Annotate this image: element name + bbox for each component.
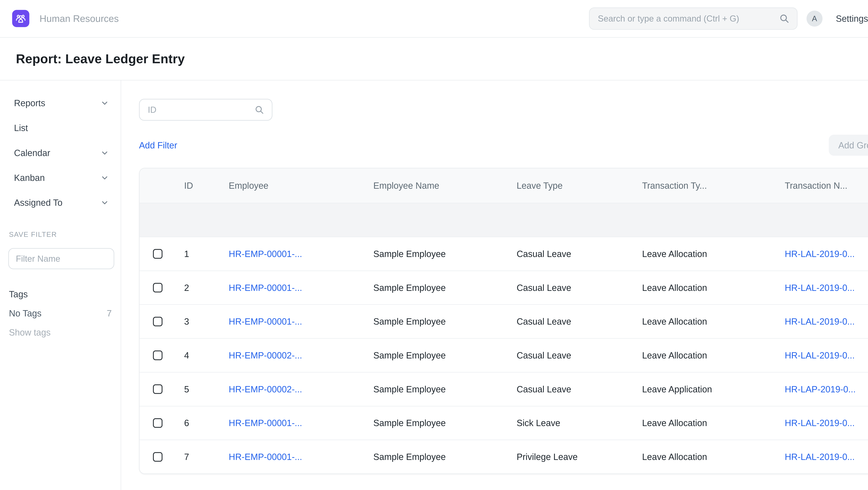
sidebar-item-label: Kanban — [14, 173, 45, 183]
filter-name-input[interactable] — [8, 248, 114, 269]
search-icon — [254, 105, 264, 115]
transaction-link[interactable]: HR-LAL-2019-0... — [785, 350, 855, 361]
no-tags-filter[interactable]: No Tags 7 — [0, 304, 121, 323]
row-checkbox[interactable] — [153, 283, 162, 292]
table-header-row: ID Employee Employee Name Leave Type Tra… — [140, 168, 868, 203]
user-avatar[interactable]: A — [807, 10, 823, 27]
settings-label: Settings — [836, 13, 868, 24]
hr-app-logo — [12, 10, 29, 27]
leave-type-cell: Casual Leave — [517, 350, 642, 361]
leave-type-cell: Casual Leave — [517, 316, 642, 327]
leave-type-cell: Casual Leave — [517, 249, 642, 259]
transaction-link[interactable]: HR-LAL-2019-0... — [785, 283, 855, 293]
sidebar-item-label: List — [14, 123, 28, 133]
page-head: Report: Leave Ledger Entry Menu Refresh — [0, 38, 868, 81]
avatar-initial: A — [812, 14, 817, 23]
column-header-transaction-type: Transaction Ty... — [642, 180, 785, 191]
tags-title: Tags — [9, 289, 28, 299]
table-row: 3 HR-EMP-00001-... Sample Employee Casua… — [140, 304, 868, 338]
column-header-employee-name: Employee Name — [373, 180, 517, 191]
employee-name-cell: Sample Employee — [373, 283, 517, 293]
transaction-link[interactable]: HR-LAL-2019-0... — [785, 316, 855, 326]
row-checkbox[interactable] — [153, 317, 162, 326]
sidebar-item-calendar[interactable]: Calendar — [0, 140, 121, 165]
employee-link[interactable]: HR-EMP-00001-... — [229, 452, 302, 462]
global-search-input[interactable] — [598, 13, 779, 24]
row-checkbox[interactable] — [153, 452, 162, 462]
app-window: Human Resources A Settings — [0, 0, 868, 490]
navbar-right: A Settings Help — [589, 7, 868, 30]
row-checkbox[interactable] — [153, 384, 162, 394]
sidebar-item-label: Assigned To — [14, 197, 62, 208]
employee-link[interactable]: HR-EMP-00001-... — [229, 249, 302, 259]
sidebar-item-list[interactable]: List — [0, 116, 121, 140]
main-content: Add Filter Add Group Last Modified On ID — [121, 81, 868, 490]
sidebar: Reports List Calendar Kanban — [0, 81, 121, 490]
save-filter-section — [8, 248, 112, 269]
transaction-link[interactable]: HR-LAP-2019-0... — [785, 384, 856, 394]
employee-name-cell: Sample Employee — [373, 418, 517, 428]
employee-link[interactable]: HR-EMP-00001-... — [229, 316, 302, 326]
chevron-down-icon — [101, 149, 108, 157]
transaction-type-cell: Leave Application — [642, 384, 785, 395]
chevron-down-icon — [101, 99, 108, 107]
toolbar-right: Add Group Last Modified On — [829, 135, 868, 156]
column-header-id: ID — [173, 180, 229, 191]
row-checkbox[interactable] — [153, 249, 162, 259]
employee-name-cell: Sample Employee — [373, 249, 517, 259]
leave-type-cell: Privilege Leave — [517, 452, 642, 462]
report-table: ID Employee Employee Name Leave Type Tra… — [139, 168, 868, 474]
navbar: Human Resources A Settings — [0, 0, 868, 38]
row-checkbox[interactable] — [153, 418, 162, 428]
add-group-button[interactable]: Add Group — [829, 135, 868, 156]
layout: Reports List Calendar Kanban — [0, 81, 868, 490]
transaction-type-cell: Leave Allocation — [642, 249, 785, 259]
employee-name-cell: Sample Employee — [373, 316, 517, 327]
no-tags-label: No Tags — [9, 308, 41, 318]
transaction-link[interactable]: HR-LAL-2019-0... — [785, 418, 855, 428]
employee-link[interactable]: HR-EMP-00001-... — [229, 283, 302, 293]
app-title: Human Resources — [39, 13, 119, 24]
search-icon — [779, 13, 789, 24]
transaction-link[interactable]: HR-LAL-2019-0... — [785, 249, 855, 259]
sidebar-item-reports[interactable]: Reports — [0, 91, 121, 116]
transaction-type-cell: Leave Allocation — [642, 316, 785, 327]
filter-toolbar: Add Filter Add Group Last Modified On — [139, 135, 868, 156]
app-home-link[interactable]: Human Resources — [12, 10, 119, 27]
employee-link[interactable]: HR-EMP-00001-... — [229, 418, 302, 428]
id-filter-input[interactable] — [148, 105, 255, 115]
transaction-type-cell: Leave Allocation — [642, 350, 785, 361]
row-index: 7 — [173, 452, 229, 462]
table-row: 4 HR-EMP-00002-... Sample Employee Casua… — [140, 338, 868, 372]
page-title: Report: Leave Ledger Entry — [16, 52, 185, 66]
tags-section: Tags No Tags 7 Show tags — [0, 284, 121, 342]
leave-type-cell: Casual Leave — [517, 283, 642, 293]
employee-name-cell: Sample Employee — [373, 384, 517, 395]
chevron-down-icon — [101, 199, 108, 206]
column-header-transaction-name: Transaction N... — [785, 180, 868, 191]
sidebar-item-kanban[interactable]: Kanban — [0, 165, 121, 190]
transaction-type-cell: Leave Allocation — [642, 418, 785, 428]
save-filter-heading: SAVE FILTER — [9, 230, 112, 238]
employee-link[interactable]: HR-EMP-00002-... — [229, 350, 302, 361]
table-row: 6 HR-EMP-00001-... Sample Employee Sick … — [140, 406, 868, 440]
show-tags-toggle[interactable]: Show tags — [0, 323, 121, 342]
row-index: 4 — [173, 350, 229, 361]
settings-menu[interactable]: Settings — [836, 13, 868, 24]
id-filter[interactable] — [139, 99, 272, 121]
transaction-type-cell: Leave Allocation — [642, 283, 785, 293]
tags-heading-row: Tags — [0, 284, 121, 304]
table-row: 2 HR-EMP-00001-... Sample Employee Casua… — [140, 270, 868, 305]
transaction-type-cell: Leave Allocation — [642, 452, 785, 462]
employee-name-cell: Sample Employee — [373, 350, 517, 361]
row-checkbox[interactable] — [153, 350, 162, 360]
sidebar-item-assigned-to[interactable]: Assigned To — [0, 190, 121, 215]
add-filter-link[interactable]: Add Filter — [139, 140, 177, 150]
show-tags-label: Show tags — [9, 327, 51, 338]
sidebar-item-label: Calendar — [14, 148, 50, 158]
leave-type-cell: Casual Leave — [517, 384, 642, 395]
row-index: 3 — [173, 316, 229, 327]
transaction-link[interactable]: HR-LAL-2019-0... — [785, 452, 855, 462]
employee-link[interactable]: HR-EMP-00002-... — [229, 384, 302, 394]
global-search[interactable] — [589, 7, 798, 30]
